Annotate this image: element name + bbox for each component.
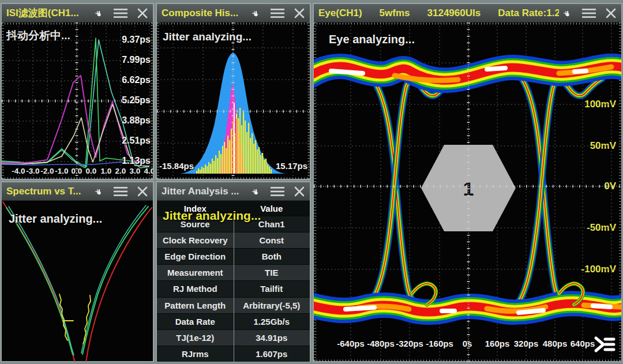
table-cell: Const [234,232,310,248]
histogram-right-label: 15.17ps [276,161,307,171]
histogram-plot[interactable]: -15.84ps 15.17ps Jitter analyzing... [157,22,310,179]
eye-diagram-panel: Eye(CH1)5wfms3124960UIsData Rate:1.2... … [313,3,622,362]
isi-plot[interactable]: 9.37ps7.99ps6.62ps5.25ps3.88ps2.51ps1.13… [2,22,153,179]
jitter-panel-header[interactable]: Jitter Analysis ... [157,182,310,201]
table-cell: TIE [234,265,310,280]
menu-icon[interactable] [114,8,127,18]
spectrum-panel-header[interactable]: Spectrum vs T... [2,182,153,201]
table-cell: Clock Recovery [157,232,234,248]
composite-histogram-panel: Composite His... -15.84ps 15.17ps Jitter… [156,3,311,180]
column-divider [234,216,234,362]
spectrum-panel-title: Spectrum vs T... [6,186,81,197]
jitter-panel-title: Jitter Analysis ... [162,186,239,197]
close-icon[interactable] [137,186,148,197]
eye-title-source: Eye(CH1) [318,7,362,18]
table-cell: Both [234,249,310,264]
table-cell: TJ(1e-12) [157,330,234,346]
eye-panel-header[interactable]: Eye(CH1)5wfms3124960UIsData Rate:1.2... [314,4,621,22]
table-cell: Tailfit [234,281,310,297]
eye-title-datarate: Data Rate:1.2... [498,7,559,18]
eye-title-waveforms: 5wfms [380,7,410,18]
table-cell: 1.25Gb/s [234,314,310,329]
move-icon[interactable] [91,185,104,198]
eye-status-overlay: Eye analyzing... [329,33,415,46]
eye-plot[interactable]: 150mV100mV50mV0V-50mV-100mV [314,22,621,362]
jitter-analysis-panel: Jitter Analysis ... Index Value SourceCh… [156,181,311,362]
jitter-results-table: Index Value SourceChan1Clock RecoveryCon… [157,201,310,362]
move-icon[interactable] [247,185,261,198]
table-cell: 1.607ps [234,346,310,362]
histogram-panel-title: Composite His... [162,7,238,19]
isi-filter-panel: ISI滤波图(CH1... 9.37ps7.99ps6.62ps5.25ps3.… [1,3,154,180]
move-icon[interactable] [91,7,104,20]
table-cell: 34.91ps [234,330,310,346]
histogram-left-label: -15.84ps [159,161,194,171]
menu-icon[interactable] [271,8,284,18]
isi-panel-title: ISI滤波图(CH1... [6,6,79,20]
table-cell: RJrms [157,346,234,362]
menu-icon[interactable] [582,8,596,18]
table-cell: Arbitrary(-5,5) [234,298,310,313]
table-cell: Pattern Length [157,298,234,313]
isi-status-overlay: 抖动分析中... [6,28,70,43]
table-cell: Data Rate [157,314,234,329]
close-icon[interactable] [137,7,148,19]
histogram-panel-header[interactable]: Composite His... [157,4,310,22]
eye-title-uis: 3124960UIs [427,7,481,18]
expand-menu-icon[interactable] [592,333,617,358]
jitter-status-overlay: Jitter analyzing... [163,209,261,223]
close-icon[interactable] [605,7,617,19]
histogram-status-overlay: Jitter analyzing... [163,31,252,43]
close-icon[interactable] [294,7,305,19]
menu-icon[interactable] [271,186,284,197]
table-cell: RJ Method [157,281,234,297]
move-icon[interactable] [559,7,573,20]
table-cell: Edge Direction [157,249,234,264]
spectrum-panel: Spectrum vs T... Jitter analyzing... [1,181,154,362]
spectrum-status-overlay: Jitter analyzing... [9,212,102,226]
move-icon[interactable] [247,7,261,20]
table-cell: Measurement [157,265,234,280]
spectrum-plot[interactable]: Jitter analyzing... [2,201,153,362]
table-body: SourceChan1Clock RecoveryConstEdge Direc… [157,216,310,362]
isi-panel-header[interactable]: ISI滤波图(CH1... [2,4,153,22]
close-icon[interactable] [294,186,305,197]
menu-icon[interactable] [114,186,127,197]
